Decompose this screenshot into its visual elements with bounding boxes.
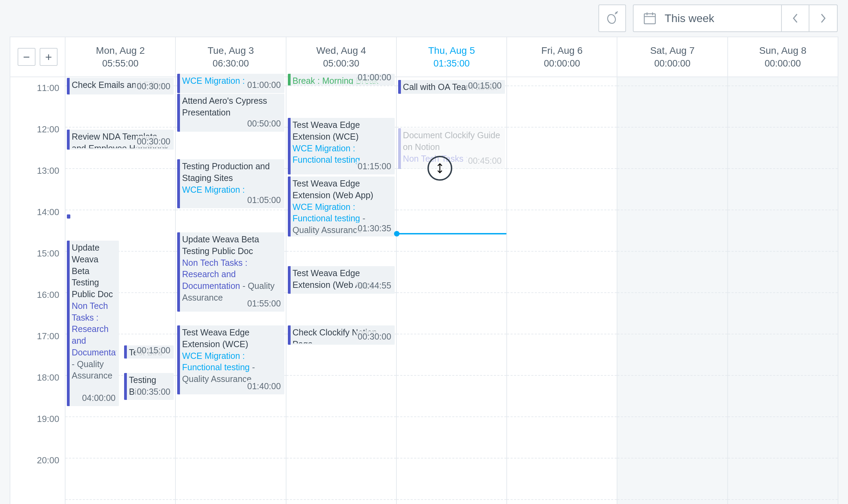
- event-duration: 01:40:00: [246, 381, 281, 392]
- calendar-event[interactable]: Testing Bird00:35:00: [124, 373, 174, 400]
- day-column-sun[interactable]: [728, 77, 838, 504]
- event-title: Update Weava Beta Testing Public Doc: [182, 234, 281, 257]
- calendar-event[interactable]: Test Bird00:15:00: [124, 345, 174, 359]
- day-header-label: Fri, Aug 6: [541, 45, 583, 56]
- day-header-total: 05:00:30: [323, 58, 359, 69]
- event-duration: 00:15:00: [135, 345, 170, 356]
- event-title: Update Weava Beta Testing Public Doc: [72, 242, 116, 300]
- time-label: 18:00: [10, 370, 65, 412]
- top-toolbar: This week: [0, 0, 848, 37]
- calendar-event[interactable]: Test Weava Edge Extension (Web App)00:44…: [288, 266, 395, 294]
- day-header-sun[interactable]: Sun, Aug 800:00:00: [728, 37, 838, 77]
- time-label: 19:00: [10, 412, 65, 453]
- svg-rect-3: [644, 14, 655, 24]
- calendar-event[interactable]: Test Weava Edge Extension (WCE)WCE Migra…: [177, 325, 284, 394]
- calendar-event[interactable]: Attend Aero's Cypress Presentation00:50:…: [177, 94, 284, 132]
- day-column-fri[interactable]: [507, 77, 617, 504]
- day-header-label: Thu, Aug 5: [428, 45, 475, 56]
- day-column-thu[interactable]: Call with OA Team about00:15:00Document …: [397, 77, 507, 504]
- event-title: Test Weava Edge Extension (Web App): [293, 178, 392, 201]
- event-duration: 00:35:00: [135, 386, 170, 398]
- event-duration: 00:50:00: [246, 118, 281, 130]
- date-range-button[interactable]: This week: [634, 5, 782, 31]
- calendar-body[interactable]: 11:0012:0013:0014:0015:0016:0017:0018:00…: [10, 77, 838, 504]
- day-header-total: 06:30:00: [213, 58, 249, 69]
- day-header-mon[interactable]: Mon, Aug 205:55:00: [65, 37, 176, 77]
- svg-point-0: [606, 13, 617, 24]
- day-header-total: 00:00:00: [544, 58, 580, 69]
- event-project: WCE Migration : Functional testing - Qua…: [182, 350, 281, 385]
- calendar-header: − + Mon, Aug 205:55:00Tue, Aug 306:30:00…: [10, 37, 838, 77]
- time-label: 15:00: [10, 246, 65, 288]
- day-header-label: Mon, Aug 2: [96, 45, 145, 56]
- calendar-event[interactable]: Update Weava Beta Testing Public DocNon …: [177, 232, 284, 312]
- prev-week-button[interactable]: [782, 5, 809, 31]
- event-duration: 00:44:55: [356, 280, 391, 292]
- calendar-event[interactable]: Check Emails and Fill in Standup Notes00…: [67, 78, 174, 94]
- day-header-sat[interactable]: Sat, Aug 700:00:00: [617, 37, 728, 77]
- day-header-tue[interactable]: Tue, Aug 306:30:00: [176, 37, 286, 77]
- day-column-wed[interactable]: Break : Morning Break01:00:00Test Weava …: [286, 77, 397, 504]
- day-column-sat[interactable]: [617, 77, 728, 504]
- day-header-total: 01:35:00: [433, 58, 470, 69]
- filter-icon-button[interactable]: [598, 4, 626, 32]
- next-week-button[interactable]: [809, 5, 837, 31]
- event-duration: 01:05:00: [246, 194, 281, 206]
- current-time-indicator: [397, 233, 506, 234]
- zoom-in-button[interactable]: +: [40, 48, 58, 66]
- calendar-event[interactable]: Document Clockify Guide on NotionNon Tec…: [398, 128, 505, 169]
- day-column-mon[interactable]: Check Emails and Fill in Standup Notes00…: [65, 77, 176, 504]
- event-title: Attend Aero's Cypress Presentation: [182, 95, 281, 119]
- calendar-event[interactable]: Call with OA Team about00:15:00: [398, 80, 505, 94]
- calendar-event[interactable]: WCE Migration :01:00:00: [177, 74, 284, 93]
- time-label: 17:00: [10, 329, 65, 370]
- time-label: 13:00: [10, 163, 65, 205]
- day-header-label: Sat, Aug 7: [650, 45, 695, 56]
- event-project: WCE Migration :: [182, 184, 281, 196]
- day-header-label: Sun, Aug 8: [759, 45, 806, 56]
- event-duration: 00:45:00: [467, 155, 502, 167]
- calendar-icon: [643, 12, 656, 25]
- event-title: Test Weava Edge Extension (WCE): [182, 327, 281, 350]
- event-title: Document Clockify Guide on Notion: [403, 130, 502, 153]
- day-header-label: Tue, Aug 3: [208, 45, 254, 56]
- event-duration: 00:30:00: [356, 331, 391, 343]
- event-duration: 00:30:00: [135, 81, 170, 92]
- event-duration: 01:15:00: [356, 161, 391, 172]
- event-project: Non Tech Tasks : Research and Documentat…: [182, 257, 281, 304]
- event-title: Test Weava Edge Extension (WCE): [293, 119, 392, 143]
- calendar-event[interactable]: Test Weava Edge Extension (Web App)WCE M…: [288, 177, 395, 236]
- calendar-event[interactable]: Testing Production and Staging SitesWCE …: [177, 159, 284, 208]
- time-label: 12:00: [10, 122, 65, 163]
- calendar: − + Mon, Aug 205:55:00Tue, Aug 306:30:00…: [10, 37, 838, 504]
- time-label: 20:00: [10, 453, 65, 494]
- calendar-event[interactable]: Test Weava Edge Extension (WCE)WCE Migra…: [288, 118, 395, 174]
- day-header-total: 00:00:00: [654, 58, 690, 69]
- day-header-wed[interactable]: Wed, Aug 405:00:30: [286, 37, 397, 77]
- event-duration: 01:55:00: [246, 298, 281, 310]
- time-label: 11:00: [10, 81, 65, 122]
- event-project: Non Tech Tasks : Research and Documentat…: [72, 300, 116, 382]
- day-header-label: Wed, Aug 4: [316, 45, 366, 56]
- event-duration: 00:15:00: [467, 80, 502, 92]
- event-title: Testing Production and Staging Sites: [182, 161, 281, 184]
- calendar-event[interactable]: Review NDA Template and Employee Handboo…: [67, 130, 174, 150]
- calendar-event[interactable]: Check Clockify Notion Page00:30:00: [288, 325, 395, 345]
- time-label: 16:00: [10, 288, 65, 329]
- event-duration: 01:00:00: [356, 74, 391, 83]
- zoom-controls: − +: [10, 37, 65, 77]
- day-column-tue[interactable]: WCE Migration :01:00:00Attend Aero's Cyp…: [176, 77, 286, 504]
- day-header-total: 00:00:00: [765, 58, 801, 69]
- event-duration: 01:00:00: [246, 79, 281, 91]
- day-header-total: 05:55:00: [102, 58, 139, 69]
- zoom-out-button[interactable]: −: [18, 48, 36, 66]
- event-duration: 01:30:35: [356, 223, 391, 234]
- calendar-event[interactable]: Update Weava Beta Testing Public DocNon …: [67, 241, 119, 406]
- calendar-event-tiny[interactable]: [67, 214, 70, 219]
- day-header-fri[interactable]: Fri, Aug 600:00:00: [507, 37, 617, 77]
- calendar-event[interactable]: Break : Morning Break01:00:00: [288, 74, 395, 85]
- date-range-label: This week: [665, 12, 714, 25]
- time-label: 14:00: [10, 205, 65, 246]
- time-axis: 11:0012:0013:0014:0015:0016:0017:0018:00…: [10, 77, 65, 504]
- day-header-thu[interactable]: Thu, Aug 501:35:00: [397, 37, 507, 77]
